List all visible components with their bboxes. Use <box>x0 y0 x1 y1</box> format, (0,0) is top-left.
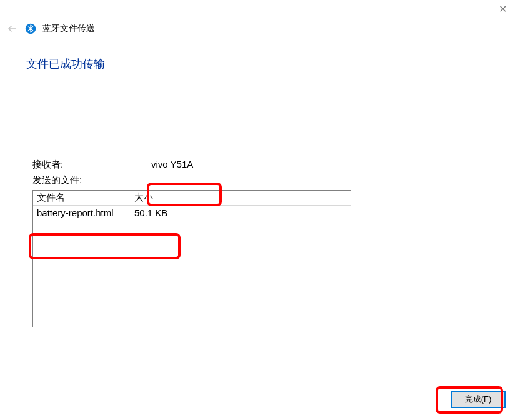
file-size: 50.1 KB <box>133 208 208 218</box>
col-header-size: 大小 <box>133 192 208 204</box>
page-heading: 文件已成功传输 <box>26 56 496 71</box>
recipient-value: vivo Y51A <box>151 159 193 169</box>
sent-files-label: 发送的文件: <box>32 174 151 186</box>
close-icon[interactable]: ✕ <box>496 2 509 15</box>
close-glyph: ✕ <box>499 3 507 15</box>
recipient-label: 接收者: <box>32 159 151 171</box>
wizard-title: 蓝牙文件传送 <box>42 23 95 34</box>
bluetooth-icon <box>25 23 36 34</box>
sent-files-row: 发送的文件: <box>32 174 496 186</box>
file-name: battery-report.html <box>33 208 133 218</box>
back-arrow-icon <box>6 22 19 35</box>
recipient-row: 接收者: vivo Y51A <box>32 159 496 171</box>
col-header-name: 文件名 <box>33 192 133 204</box>
footer-bar: 完成(F) <box>0 384 515 414</box>
finish-button[interactable]: 完成(F) <box>451 391 505 408</box>
list-item[interactable]: battery-report.html 50.1 KB <box>33 206 351 219</box>
file-list-header: 文件名 大小 <box>33 191 351 206</box>
file-list[interactable]: 文件名 大小 battery-report.html 50.1 KB <box>32 190 351 328</box>
wizard-header: 蓝牙文件传送 <box>6 22 95 35</box>
